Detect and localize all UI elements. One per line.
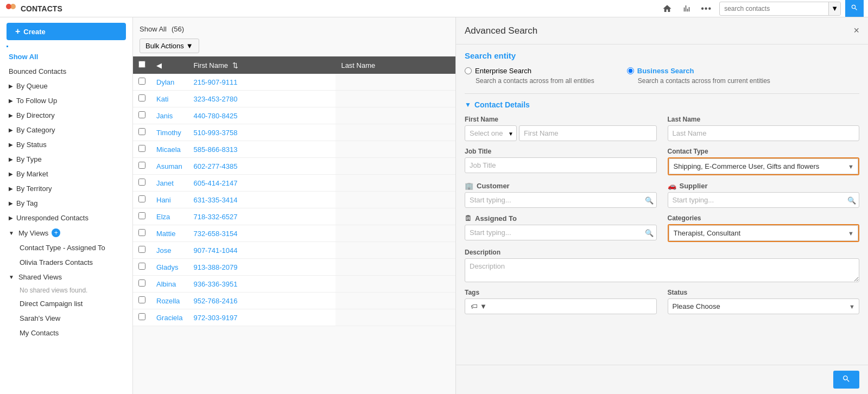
row-checkbox-cell[interactable] bbox=[133, 309, 151, 326]
contact-link[interactable]: Timothy bbox=[156, 129, 181, 137]
contact-link[interactable]: Rozella bbox=[156, 297, 180, 305]
search-dropdown-btn[interactable]: ▼ bbox=[828, 2, 840, 15]
row-checkbox-cell[interactable] bbox=[133, 158, 151, 175]
sidebar-item-by-directory[interactable]: ▶ By Directory bbox=[0, 108, 132, 123]
enterprise-radio[interactable] bbox=[465, 67, 472, 74]
row-checkbox-cell[interactable] bbox=[133, 208, 151, 225]
row-checkbox[interactable] bbox=[138, 111, 145, 118]
enterprise-search-label[interactable]: Enterprise Search bbox=[465, 67, 594, 75]
job-title-input[interactable] bbox=[465, 157, 657, 173]
row-checkbox-cell[interactable] bbox=[133, 124, 151, 141]
row-checkbox[interactable] bbox=[138, 263, 145, 270]
sidebar-item-contact-type[interactable]: Contact Type - Assigned To bbox=[0, 240, 132, 255]
contact-link[interactable]: Asuman bbox=[156, 162, 182, 170]
add-view-icon[interactable]: + bbox=[52, 228, 60, 237]
row-checkbox[interactable] bbox=[138, 179, 145, 186]
contact-link[interactable]: Mattie bbox=[156, 230, 175, 238]
collapse-col[interactable]: ◀ bbox=[151, 56, 188, 74]
row-checkbox-cell[interactable] bbox=[133, 293, 151, 309]
status-select[interactable]: Please Choose bbox=[668, 298, 860, 314]
advanced-search-submit[interactable] bbox=[833, 371, 859, 389]
sidebar-my-views[interactable]: ▼ My Views + bbox=[0, 225, 132, 240]
customer-search-btn[interactable]: 🔍 bbox=[645, 196, 654, 204]
sidebar-item-unresponded[interactable]: ▶ Unresponded Contacts bbox=[0, 211, 132, 225]
assigned-to-input[interactable] bbox=[465, 225, 657, 240]
categories-select[interactable]: Therapist, Consultant bbox=[669, 225, 859, 241]
row-checkbox[interactable] bbox=[138, 195, 145, 202]
contact-link[interactable]: Janet bbox=[156, 179, 174, 187]
more-icon-btn[interactable]: ••• bbox=[698, 0, 715, 17]
row-checkbox[interactable] bbox=[138, 212, 145, 219]
select-all-header[interactable] bbox=[133, 56, 151, 74]
row-checkbox[interactable] bbox=[138, 246, 145, 253]
first-name-input[interactable] bbox=[519, 125, 657, 141]
search-contacts-input[interactable] bbox=[720, 5, 828, 12]
sidebar-item-bounced[interactable]: Bounced Contacts bbox=[0, 64, 132, 79]
contact-link[interactable]: Elza bbox=[156, 213, 170, 221]
row-checkbox[interactable] bbox=[138, 229, 145, 236]
close-button[interactable]: × bbox=[853, 25, 859, 36]
contact-link[interactable]: Hani bbox=[156, 196, 171, 204]
contact-first-name[interactable]: Albina bbox=[151, 276, 188, 293]
contact-link[interactable]: Graciela bbox=[156, 314, 182, 322]
search-submit-btn[interactable] bbox=[845, 0, 864, 17]
row-checkbox-cell[interactable] bbox=[133, 141, 151, 158]
assigned-to-search-btn[interactable]: 🔍 bbox=[645, 228, 654, 237]
bulk-actions-button[interactable]: Bulk Actions ▼ bbox=[140, 39, 199, 53]
sidebar-item-by-type[interactable]: ▶ By Type bbox=[0, 152, 132, 167]
tags-button[interactable]: 🏷 ▼ bbox=[465, 298, 657, 314]
contact-first-name[interactable]: Elza bbox=[151, 208, 188, 225]
contact-link[interactable]: Kati bbox=[156, 95, 168, 103]
row-checkbox[interactable] bbox=[138, 313, 145, 320]
supplier-search-btn[interactable]: 🔍 bbox=[847, 196, 856, 204]
contact-first-name[interactable]: Dylan bbox=[151, 74, 188, 91]
row-checkbox-cell[interactable] bbox=[133, 175, 151, 192]
row-checkbox[interactable] bbox=[138, 78, 145, 85]
contact-first-name[interactable]: Asuman bbox=[151, 158, 188, 175]
row-checkbox[interactable] bbox=[138, 296, 145, 303]
sidebar-shared-views[interactable]: ▼ Shared Views bbox=[0, 270, 132, 284]
create-button[interactable]: + Create bbox=[7, 23, 126, 40]
last-name-col[interactable]: Last Name bbox=[335, 56, 455, 74]
home-icon-btn[interactable] bbox=[658, 0, 676, 17]
sidebar-item-direct-campaign[interactable]: Direct Campaign list bbox=[0, 296, 132, 311]
row-checkbox[interactable] bbox=[138, 145, 145, 152]
row-checkbox-cell[interactable] bbox=[133, 74, 151, 91]
row-checkbox[interactable] bbox=[138, 162, 145, 169]
sidebar-item-my-contacts[interactable]: My Contacts bbox=[0, 326, 132, 340]
first-name-select[interactable]: Select one bbox=[465, 125, 517, 141]
contact-first-name[interactable]: Graciela bbox=[151, 309, 188, 326]
contact-first-name[interactable]: Kati bbox=[151, 91, 188, 107]
contact-link[interactable]: Albina bbox=[156, 280, 176, 288]
row-checkbox-cell[interactable] bbox=[133, 107, 151, 124]
contact-first-name[interactable]: Rozella bbox=[151, 293, 188, 309]
sidebar-item-by-queue[interactable]: ▶ By Queue bbox=[0, 79, 132, 93]
contact-first-name[interactable]: Janis bbox=[151, 107, 188, 124]
sidebar-item-by-status[interactable]: ▶ By Status bbox=[0, 137, 132, 152]
sidebar-item-by-tag[interactable]: ▶ By Tag bbox=[0, 196, 132, 211]
chart-icon-btn[interactable] bbox=[678, 0, 695, 17]
contact-link[interactable]: Janis bbox=[156, 112, 173, 120]
customer-input[interactable] bbox=[465, 192, 657, 208]
row-checkbox-cell[interactable] bbox=[133, 242, 151, 259]
sidebar-item-by-category[interactable]: ▶ By Category bbox=[0, 123, 132, 137]
row-checkbox[interactable] bbox=[138, 279, 145, 287]
contact-link[interactable]: Micaela bbox=[156, 145, 181, 154]
contact-first-name[interactable]: Jose bbox=[151, 242, 188, 259]
row-checkbox[interactable] bbox=[138, 94, 145, 101]
sidebar-item-to-follow-up[interactable]: ▶ To Follow Up bbox=[0, 93, 132, 108]
contact-first-name[interactable]: Timothy bbox=[151, 124, 188, 141]
contact-first-name[interactable]: Micaela bbox=[151, 141, 188, 158]
select-all-checkbox[interactable] bbox=[138, 61, 145, 68]
section-chevron-icon[interactable]: ▼ bbox=[465, 101, 471, 109]
row-checkbox-cell[interactable] bbox=[133, 225, 151, 242]
row-checkbox-cell[interactable] bbox=[133, 276, 151, 293]
contact-first-name[interactable]: Hani bbox=[151, 192, 188, 208]
contact-link[interactable]: Jose bbox=[156, 246, 171, 255]
description-input[interactable] bbox=[465, 258, 859, 282]
row-checkbox-cell[interactable] bbox=[133, 91, 151, 107]
first-name-col[interactable]: First Name ⇅ bbox=[188, 56, 335, 74]
contact-first-name[interactable]: Mattie bbox=[151, 225, 188, 242]
business-search-label[interactable]: Business Search bbox=[627, 67, 770, 75]
business-radio[interactable] bbox=[627, 67, 634, 74]
